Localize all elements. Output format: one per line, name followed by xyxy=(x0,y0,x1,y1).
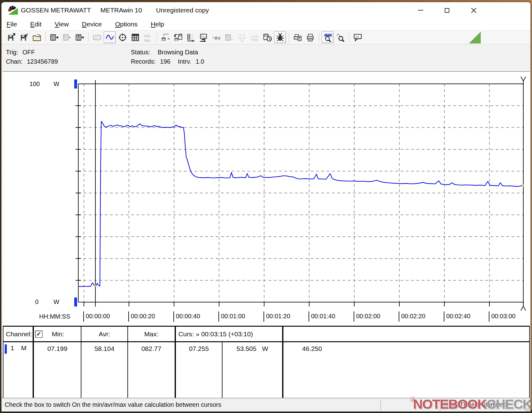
store-settings-icon xyxy=(174,33,183,42)
status-message: Check the box to switch On the min/avr/m… xyxy=(5,401,221,408)
x-tick-label: 00:02:00 xyxy=(354,311,380,322)
toolbar-button-import-file[interactable] xyxy=(18,31,30,43)
trend-plot[interactable] xyxy=(3,72,530,326)
menu-options[interactable]: Options xyxy=(115,18,137,30)
toolbar-button-formula[interactable]: =f(x) xyxy=(210,31,222,43)
svg-text:1257: 1257 xyxy=(94,37,99,39)
menu-device[interactable]: Device xyxy=(82,18,102,30)
statusbar-divider xyxy=(380,400,381,411)
table-header-diff xyxy=(283,327,529,342)
x-tick-label: 00:02:40 xyxy=(444,311,470,322)
toolbar-button-print-preview[interactable] xyxy=(291,31,303,43)
toolbar-button-wave-high xyxy=(249,31,260,43)
toolbar-button-zoom-time[interactable] xyxy=(322,31,333,43)
toolbar-button-write-device: 321 xyxy=(61,31,73,43)
svg-text:1/2: 1/2 xyxy=(355,35,359,38)
trend-view-icon xyxy=(105,33,114,42)
menu-edit[interactable]: Edit xyxy=(30,18,41,30)
toolbar-button-trend-view[interactable] xyxy=(104,31,116,43)
table-header-min: ✓ Min: xyxy=(34,327,81,342)
x-tick-label: 00:00:40 xyxy=(173,311,200,322)
y-axis-unit-top: W xyxy=(53,79,59,88)
toolbar-button-channel-config[interactable] xyxy=(185,31,197,43)
channel-range-marker-top xyxy=(74,79,77,88)
toolbar-button-wave-low xyxy=(236,31,248,43)
minmax-checkbox[interactable]: ✓ xyxy=(35,330,43,338)
table-header-max: Max: xyxy=(128,327,176,342)
acquisition-status: Status:Browsing Data xyxy=(131,49,198,56)
toolbar-button-zoom-out[interactable] xyxy=(334,31,346,43)
toolbar-button-open-file[interactable] xyxy=(31,31,43,43)
menu-file[interactable]: File xyxy=(7,18,17,30)
menu-view[interactable]: View xyxy=(55,18,69,30)
table-cell-min: 07.199 xyxy=(34,342,81,399)
resize-grip[interactable] xyxy=(524,405,530,411)
brand-title: GOSSEN METRAWATT xyxy=(21,7,91,14)
license-label: Unregistered copy xyxy=(156,7,209,14)
y-axis-min-label: 0 xyxy=(12,297,39,306)
toolbar-button-export-file[interactable] xyxy=(5,31,17,43)
open-file-icon xyxy=(32,33,41,42)
wave-high-icon xyxy=(250,33,259,42)
zoom-time-icon xyxy=(323,33,332,42)
title-bar: GOSSEN METRAWATT METRAwin 10 Unregistere… xyxy=(2,2,530,18)
table-cell-difference: 46.250 xyxy=(283,342,529,399)
svg-text:321: 321 xyxy=(52,36,54,37)
zoom-out-icon xyxy=(336,33,345,42)
toolbar-button-annotation[interactable]: 1/2 xyxy=(352,31,364,43)
app-window: GOSSEN METRAWATT METRAwin 10 Unregistere… xyxy=(1,2,531,412)
x-tick-label: 00:00:00 xyxy=(83,311,110,322)
table-header-channel: Channel: xyxy=(3,327,34,342)
wave-low-icon xyxy=(237,33,246,42)
toolbar-button-print[interactable] xyxy=(304,31,316,43)
info-strip: Trig:OFF Chan:123456789 Status:Browsing … xyxy=(2,44,530,71)
table-view-icon xyxy=(131,33,140,42)
records-info: Records:196Intrv.1.0 xyxy=(131,58,204,65)
formula-icon: =f(x) xyxy=(212,33,221,42)
toolbar-button-device-321: 321 xyxy=(223,31,235,43)
online-mode-icon xyxy=(276,33,285,42)
toolbar-button-table-view[interactable] xyxy=(129,31,141,43)
trigger-status: Trig:OFF xyxy=(6,49,35,56)
table-header-avr: Avr: xyxy=(81,327,128,342)
toolbar-button-xy-view[interactable] xyxy=(117,31,128,43)
app-logo-icon xyxy=(8,5,18,15)
minimize-button[interactable] xyxy=(414,5,427,16)
maximize-button[interactable] xyxy=(440,5,454,16)
toolbar-button-read-device[interactable]: 321 xyxy=(48,31,60,43)
toolbar-button-store-settings[interactable] xyxy=(172,31,184,43)
channel-config-icon xyxy=(186,33,195,42)
table-cell-max: 082.77 xyxy=(128,342,176,399)
y-axis-max-label: 100 xyxy=(12,79,40,88)
close-button[interactable] xyxy=(467,5,480,16)
channel-range-marker-bottom xyxy=(74,297,77,306)
toolbar-button-monitor[interactable] xyxy=(198,31,209,43)
x-axis-labels: HH:MM:SS 00:00:0000:00:2000:00:4000:01:0… xyxy=(3,311,530,323)
x-tick-label: 00:01:20 xyxy=(264,311,290,322)
monitor-icon xyxy=(199,33,208,42)
channel-color-bar xyxy=(5,344,7,354)
device-321-icon: 321 xyxy=(225,33,234,42)
close-icon xyxy=(471,7,477,13)
status-bar: Check the box to switch On the min/avr/m… xyxy=(2,398,531,412)
svg-text:321: 321 xyxy=(227,36,229,37)
toolbar-separator xyxy=(289,32,289,42)
toolbar-button-online-mode[interactable] xyxy=(274,31,286,43)
write-device-icon: 321 xyxy=(62,33,71,42)
device-name-label: !!! METRAHit Starline-S xyxy=(443,401,509,408)
svg-text:321: 321 xyxy=(64,36,67,37)
trend-chart-panel[interactable]: 100 W 0 W HH:MM:SS 00:00:0000:00:2000:00… xyxy=(3,71,530,326)
import-file-icon xyxy=(20,33,29,42)
toolbar: 321321M1257=f(x)3211/2 xyxy=(2,30,530,44)
maximize-icon xyxy=(445,8,449,13)
toolbar-separator xyxy=(157,32,157,42)
numeric-view-icon: 1257 xyxy=(93,33,102,42)
table-cell-avr: 58.104 xyxy=(81,342,128,399)
toolbar-separator xyxy=(349,32,349,42)
menu-help[interactable]: Help xyxy=(151,18,164,30)
toolbar-button-transfer-settings[interactable] xyxy=(159,31,171,43)
x-axis-format-label: HH:MM:SS xyxy=(39,311,70,321)
toolbar-button-timer[interactable] xyxy=(261,31,273,43)
minimize-icon xyxy=(418,10,423,11)
toolbar-button-read-memory[interactable]: M xyxy=(74,31,85,43)
